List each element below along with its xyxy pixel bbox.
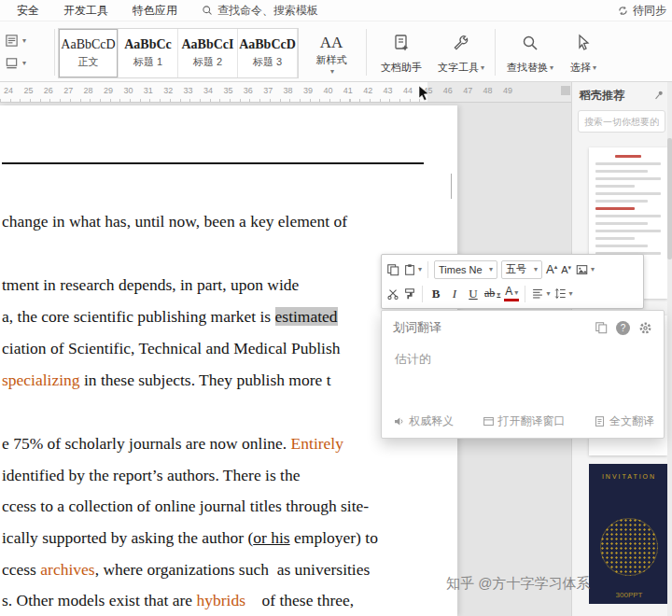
cut-scissors-icon[interactable] — [386, 287, 399, 301]
italic-button[interactable]: I — [447, 287, 462, 301]
scrollbar-thumb[interactable] — [667, 138, 672, 259]
style-item-2[interactable]: AaBbCcI标题 2 — [178, 29, 238, 77]
text-segment: tment in research depends, in part, upon… — [2, 275, 299, 294]
menu-bar: 安全 开发工具 特色应用 查找命令、搜索模板 待同步 — [0, 0, 672, 21]
ruler-number: 38 — [284, 86, 293, 95]
bold-button[interactable]: B — [428, 287, 443, 301]
find-replace-label: 查找替换 — [507, 61, 553, 75]
ruler-number: 37 — [263, 86, 273, 95]
style-item-0[interactable]: AaBbCcD正文 — [59, 29, 119, 77]
sidebar-header: 稻壳推荐 — [572, 82, 672, 108]
pronounce-action[interactable]: 权威释义 — [393, 413, 454, 429]
select-label: 选择 — [570, 61, 596, 75]
style-item-1[interactable]: AaBbCc标题 1 — [119, 29, 178, 77]
font-color-button[interactable]: A — [504, 286, 519, 301]
help-icon[interactable] — [616, 321, 630, 335]
format-painter-icon[interactable] — [403, 287, 416, 301]
line-spacing-button[interactable] — [553, 287, 572, 300]
find-replace-button[interactable]: 查找替换 — [501, 28, 559, 78]
style-gallery: AaBbCcD正文AaBbCc标题 1AaBbCcI标题 2AaBbCcD标题 … — [58, 28, 299, 78]
paragraph-layout-button[interactable] — [5, 29, 51, 51]
increase-font-button[interactable]: A — [546, 262, 557, 276]
command-search[interactable]: 查找命令、搜索模板 — [202, 3, 318, 19]
floating-format-toolbar: Times Ne 五号 A A B I U ab A — [381, 254, 644, 309]
strikethrough-button[interactable]: ab — [484, 287, 500, 301]
style-preview: AaBbCcI — [181, 37, 233, 52]
word-translation-popup: 划词翻译 估计的 权威释义 — [381, 310, 665, 439]
toolbar-separator — [54, 29, 55, 76]
style-label: 正文 — [78, 55, 99, 69]
new-style-label: 新样式 — [316, 53, 347, 67]
ruler-number: 31 — [144, 86, 153, 95]
window-icon — [483, 415, 495, 427]
text-segment: of these three, — [245, 591, 354, 609]
open-translate-window-action[interactable]: 打开翻译窗口 — [483, 413, 566, 429]
paste-icon[interactable] — [403, 263, 422, 276]
text-segment: ccess to a collection of online journal … — [2, 497, 369, 515]
ruler-number: 40 — [323, 86, 332, 95]
ruler-number: 26 — [44, 86, 53, 95]
translation-result: 估计的 — [382, 336, 664, 368]
new-style-icon: AA — [320, 33, 343, 53]
text-line: ically supported by asking the author (o… — [2, 527, 378, 549]
translation-header: 划词翻译 — [382, 311, 664, 336]
text-line: change in what has, until now, been a ke… — [2, 211, 347, 232]
text-line: specializing in these subjects. They pub… — [2, 370, 331, 391]
insert-image-icon[interactable] — [575, 263, 595, 276]
sidebar-toggle-button[interactable] — [561, 86, 570, 95]
sidebar-scrollbar[interactable] — [667, 82, 672, 616]
text-tool-label: 文字工具 — [438, 61, 484, 75]
pin-icon[interactable] — [653, 90, 665, 101]
full-text-translate-action[interactable]: 全文翻译 — [594, 413, 654, 429]
text-segment: a, the core scientific publishing market… — [2, 307, 275, 326]
horizontal-ruler[interactable]: 2425262728293031323334353637383940414243… — [0, 82, 571, 103]
style-label: 标题 2 — [193, 55, 222, 69]
font-size-select[interactable]: 五号 — [501, 260, 542, 279]
text-segment: employer) to — [290, 528, 378, 547]
command-search-placeholder: 查找命令、搜索模板 — [217, 3, 318, 19]
style-item-3[interactable]: AaBbCcD标题 3 — [238, 29, 298, 77]
style-preview: AaBbCcD — [61, 37, 115, 52]
text-line: ciation of Scientific, Technical and Med… — [2, 338, 340, 359]
ruler-number: 49 — [503, 86, 512, 95]
text-tool-button[interactable]: 文字工具 — [431, 28, 491, 78]
ruler-number: 32 — [163, 86, 173, 95]
translation-title: 划词翻译 — [393, 319, 441, 336]
align-button[interactable] — [531, 287, 550, 300]
invitation-title: INVITATION — [589, 473, 669, 480]
mouse-cursor-icon — [418, 85, 429, 101]
select-button[interactable]: 选择 — [561, 28, 606, 78]
search-icon — [202, 5, 213, 16]
ruler-number: 44 — [403, 86, 413, 95]
copy-icon[interactable] — [386, 263, 399, 276]
tab-developer-tools[interactable]: 开发工具 — [63, 3, 108, 19]
underline-button[interactable]: U — [466, 287, 481, 301]
tab-security[interactable]: 安全 — [17, 3, 39, 19]
format-options-button[interactable] — [5, 51, 51, 74]
copy-translation-icon[interactable] — [595, 321, 608, 334]
format-toolbar-row2: B I U ab A — [386, 282, 638, 305]
invitation-caption: 300PPT — [589, 591, 669, 599]
doc-assistant-button[interactable]: 文档助手 — [371, 28, 431, 78]
text-segment: s. Other models exist that are — [2, 591, 197, 609]
doc-assistant-label: 文档助手 — [381, 61, 422, 75]
text-segment-accent: specializing — [2, 371, 80, 389]
tab-special-features[interactable]: 特色应用 — [133, 3, 177, 19]
gear-icon[interactable] — [638, 321, 652, 335]
sync-status[interactable]: 待同步 — [617, 3, 666, 19]
ribbon-toolbar: AaBbCcD正文AaBbCc标题 1AaBbCcI标题 2AaBbCcD标题 … — [0, 21, 672, 82]
text-segment-accent: hybrids — [197, 591, 246, 609]
new-style-button[interactable]: AA 新样式 — [302, 28, 360, 78]
decrease-font-button[interactable]: A — [561, 264, 571, 275]
text-segment: change in what has, until now, been a ke… — [2, 212, 347, 231]
text-segment: ccess — [2, 560, 40, 579]
invitation-template-thumbnail[interactable]: INVITATION 300PPT — [589, 464, 669, 604]
sidebar-search-input[interactable] — [578, 110, 665, 133]
text-segment: in these subjects. They publish more t — [80, 371, 331, 389]
text-line: e 75% of scholarly journals are now onli… — [2, 433, 343, 455]
ruler-number: 34 — [203, 86, 213, 95]
ruler-number: 48 — [483, 86, 493, 95]
text-line: identified by the report’s authors. Ther… — [2, 465, 300, 486]
document-icon — [594, 415, 606, 427]
font-name-select[interactable]: Times Ne — [434, 260, 497, 279]
